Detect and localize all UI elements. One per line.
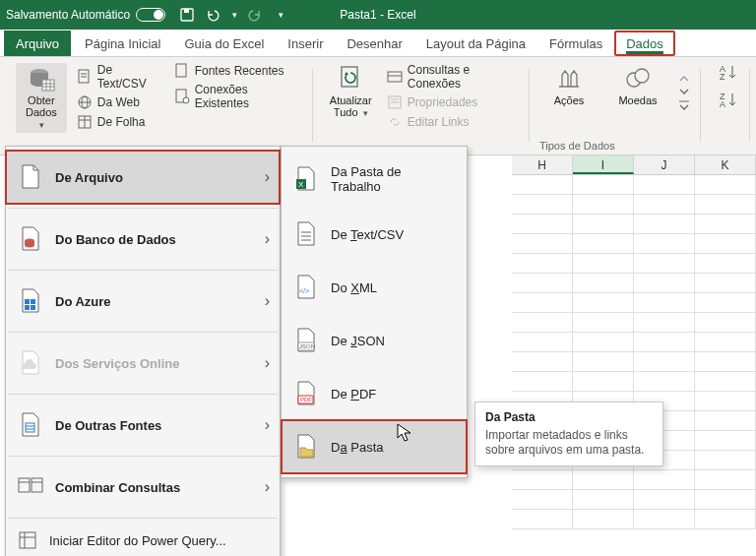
combine-icon [18, 474, 43, 500]
submenu-from-json-label: De JSON [331, 334, 385, 348]
from-web-label: Da Web [97, 95, 140, 109]
tab-formulas[interactable]: Fórmulas [537, 31, 614, 56]
redo-icon[interactable] [247, 7, 263, 23]
svg-rect-1 [184, 9, 189, 13]
gallery-next-icon[interactable] [677, 87, 691, 96]
menu-power-query-editor[interactable]: Iniciar Editor do Power Query... [6, 523, 280, 556]
submenu-from-pdf-label: De PDF [331, 387, 376, 402]
chevron-down-icon: ▾ [39, 120, 44, 130]
menu-from-file[interactable]: De Arquivo [6, 151, 280, 204]
database-icon [18, 226, 43, 252]
colhead-i[interactable]: I [573, 155, 634, 174]
svg-rect-3 [42, 80, 54, 91]
menu-from-azure[interactable]: Do Azure [6, 275, 280, 328]
from-textcsv-button[interactable]: De Text/CSV [77, 63, 160, 91]
submenu-from-textcsv-label: De Text/CSV [331, 227, 404, 242]
tab-file[interactable]: Arquivo [4, 31, 71, 56]
get-data-label-1: Obter [28, 94, 55, 106]
svg-rect-36 [25, 305, 30, 310]
submenu-from-json[interactable]: JSON De JSON [282, 314, 467, 367]
get-data-button[interactable]: ObterDados ▾ [16, 63, 67, 133]
textcsv-file-icon [293, 221, 319, 247]
sort-desc-icon[interactable]: ZA [719, 91, 740, 108]
file-icon [18, 164, 43, 190]
gallery-more-icon[interactable] [677, 99, 691, 111]
from-sheet-label: De Folha [97, 115, 146, 129]
svg-rect-35 [31, 299, 35, 304]
svg-rect-41 [19, 478, 30, 492]
menu-combine-queries[interactable]: Combinar Consultas [6, 461, 280, 514]
stocks-icon [554, 63, 584, 93]
menu-power-query-label: Iniciar Editor do Power Query... [49, 533, 226, 548]
tooltip-body: Importar metadados e links sobre arquivo… [485, 428, 653, 458]
queries-connections-button[interactable]: Consultas e Conexões [387, 63, 520, 91]
from-web-button[interactable]: Da Web [77, 94, 160, 110]
from-sheet-button[interactable]: De Folha [77, 114, 160, 130]
submenu-from-folder[interactable]: Da Pasta [282, 420, 467, 473]
submenu-from-workbook[interactable]: X Da Pasta de Trabalho [282, 151, 467, 208]
web-icon [77, 94, 93, 110]
cloud-icon [18, 350, 43, 376]
edit-links-button[interactable]: Editar Links [387, 114, 520, 130]
menu-from-other-sources-label: De Outras Fontes [55, 418, 161, 433]
properties-button[interactable]: Propriedades [387, 94, 520, 110]
undo-chevron-icon[interactable]: ▾ [232, 10, 237, 20]
sort-asc-icon[interactable]: AZ [719, 63, 740, 81]
datatypes-group-label: Tipos de Dados [539, 140, 615, 152]
tab-layout[interactable]: Layout da Página [414, 31, 537, 56]
menu-from-online-services: Dos Serviços Online [6, 337, 280, 390]
file-icon [174, 63, 190, 79]
existing-connections-button[interactable]: Conexões Existentes [174, 83, 299, 110]
svg-text:A: A [720, 99, 725, 108]
properties-label: Propriedades [408, 95, 477, 109]
submenu-from-workbook-label: Da Pasta de Trabalho [331, 164, 449, 194]
tab-guide[interactable]: Guia do Excel [172, 31, 276, 56]
currencies-icon [623, 63, 653, 93]
refresh-label-2: Tudo [334, 106, 358, 118]
stocks-label: Ações [554, 94, 585, 106]
colhead-j[interactable]: J [634, 155, 695, 174]
colhead-h[interactable]: H [512, 155, 573, 174]
autosave-toggle-group[interactable]: Salvamento Automático [6, 8, 165, 22]
pdf-file-icon: PDF [293, 381, 319, 406]
tab-data[interactable]: Dados [614, 31, 675, 56]
currencies-type-button[interactable]: Moedas [608, 63, 667, 106]
chevron-down-icon: ▾ [363, 108, 368, 118]
refresh-label-1: Atualizar [330, 94, 372, 106]
tab-insert[interactable]: Inserir [276, 31, 335, 56]
autosave-toggle-icon[interactable] [136, 8, 165, 22]
recent-sources-button[interactable]: Fontes Recentes [174, 63, 299, 79]
tab-home[interactable]: Página Inicial [73, 31, 172, 56]
menu-from-other-sources[interactable]: De Outras Fontes [6, 399, 280, 452]
power-query-icon [18, 530, 37, 550]
colhead-k[interactable]: K [695, 155, 756, 174]
submenu-from-textcsv[interactable]: De Text/CSV [282, 208, 467, 261]
save-icon[interactable] [179, 7, 195, 23]
excel-file-icon: X [293, 166, 319, 192]
column-headers: H I J K [512, 155, 756, 175]
svg-rect-45 [20, 532, 35, 548]
undo-icon[interactable] [205, 7, 220, 23]
qat-more-chevron-icon[interactable]: ▾ [279, 10, 284, 20]
tab-draw[interactable]: Desenhar [335, 31, 413, 56]
folder-file-icon [293, 434, 319, 460]
edit-links-label: Editar Links [408, 115, 470, 129]
autosave-label: Salvamento Automático [6, 8, 130, 22]
menu-from-database[interactable]: Do Banco de Dados [6, 213, 280, 266]
gallery-prev-icon[interactable] [677, 74, 691, 84]
recent-sources-label: Fontes Recentes [195, 64, 284, 78]
stocks-type-button[interactable]: Ações [539, 63, 598, 106]
submenu-from-pdf[interactable]: PDF De PDF [282, 367, 467, 420]
svg-text:PDF: PDF [300, 397, 312, 402]
svg-text:</>: </> [299, 287, 309, 294]
svg-point-27 [635, 69, 649, 83]
get-data-menu: De Arquivo Do Banco de Dados Do Azure Do… [5, 146, 281, 556]
svg-rect-17 [176, 64, 186, 77]
submenu-from-xml[interactable]: </> Do XML [282, 261, 467, 314]
titlebar: Salvamento Automático ▾ ▾ Pasta1 - Excel [0, 0, 756, 30]
svg-rect-34 [25, 299, 30, 304]
links-icon [387, 114, 403, 130]
xml-file-icon: </> [293, 275, 319, 300]
refresh-all-button[interactable]: AtualizarTudo ▾ [323, 63, 379, 119]
azure-icon [18, 288, 43, 314]
